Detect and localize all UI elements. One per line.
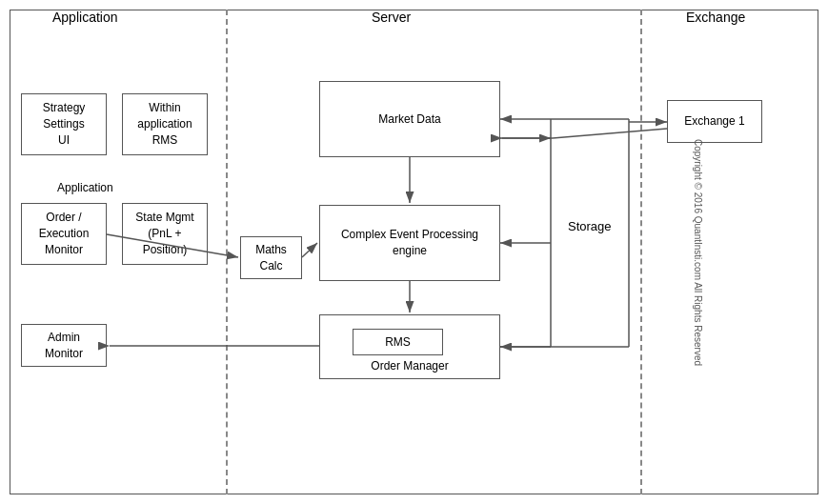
- divider-left: [226, 10, 228, 494]
- storage-label: Storage: [568, 219, 612, 233]
- market-data-box: Market Data: [319, 81, 500, 157]
- divider-right: [640, 10, 642, 494]
- within-application-rms-box: Within application RMS: [122, 93, 208, 155]
- state-mgmt-box: State Mgmt (PnL + Position): [122, 203, 208, 265]
- order-manager-box: Order Manager: [319, 314, 500, 379]
- order-execution-box: Order / Execution Monitor: [21, 203, 107, 265]
- exchange1-box: Exchange 1: [667, 100, 762, 143]
- application-section-label: Application: [52, 10, 118, 25]
- strategy-settings-box: Strategy Settings UI: [21, 93, 107, 155]
- exchange-section-label: Exchange: [686, 10, 745, 25]
- copyright-text: Copyright © 2016 QuantInsti.com All Righ…: [692, 138, 702, 365]
- server-section-label: Server: [372, 10, 411, 25]
- maths-calc-box: Maths Calc: [240, 236, 302, 279]
- cep-box: Complex Event Processing engine: [319, 205, 500, 281]
- admin-monitor-box: Admin Monitor: [21, 324, 107, 367]
- application-sub-label: Application: [57, 181, 113, 194]
